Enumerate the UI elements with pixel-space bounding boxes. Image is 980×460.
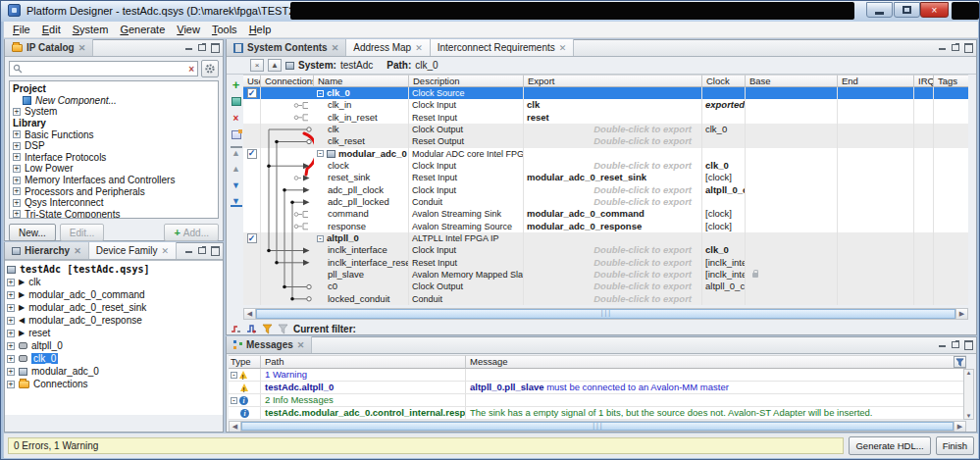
tab-close-icon[interactable]: ✕ [297,340,305,350]
tree-item-modular-adc-0-command[interactable]: +▶modular_adc_0_command [7,288,223,301]
edit-button[interactable]: Edit... [60,224,105,241]
table-row-adc-pll-clock[interactable]: adc_pll_clockClock Input Double-click to… [243,184,968,196]
menu-tools[interactable]: Tools [206,23,243,36]
scroll-up-icon[interactable]: ▲ [966,370,972,376]
window-minimize-button[interactable] [866,2,893,18]
scroll-left-icon[interactable]: ◀ [230,422,241,432]
table-row-c0[interactable]: c0Clock Output Double-click to exportalt… [243,281,968,292]
panel-maximize-icon[interactable] [964,43,972,51]
col-connections[interactable]: Connections [261,75,314,87]
table-row-clk-reset[interactable]: clk_resetReset Output Double-click to ex… [243,135,968,147]
messages-horizontal-scrollbar[interactable]: ◀ ▶ [229,421,966,432]
scrollbar-thumb[interactable] [241,422,954,431]
panel-maximize-icon[interactable] [964,340,972,348]
col-tags[interactable]: Tags [934,75,968,87]
col-end[interactable]: End [838,75,914,87]
col-export[interactable]: Export [524,75,702,87]
table-row-adc-pll-locked[interactable]: adc_pll_lockedConduit Double-click to ex… [243,196,968,208]
tree-item-modular-adc-0-reset-sink[interactable]: +▶modular_adc_0_reset_sink [7,301,223,314]
tree-item-low-power[interactable]: +Low Power [13,163,218,175]
expand-icon[interactable]: + [7,304,15,312]
tab-messages[interactable]: Messages✕ [227,336,312,353]
collapse-icon[interactable]: - [317,90,324,97]
messages-vertical-scrollbar[interactable]: ▲▼ [963,369,974,420]
show-interfaces-icon[interactable] [246,324,257,334]
tree-item-system[interactable]: +System [13,106,218,118]
panel-minimize-icon[interactable] [185,43,193,51]
move-to-bottom-button[interactable]: ▼ [231,196,242,207]
table-row-command[interactable]: commandAvalon Streaming Sink modular_adc… [243,208,968,220]
tab-interconnect-requirements[interactable]: Interconnect Requirements✕ [431,39,575,56]
panel-minimize-icon[interactable] [939,340,947,348]
table-row-modular-adc-0[interactable]: ✓ -modular_adc_0 Modular ADC core Intel … [243,148,968,160]
expand-icon[interactable]: + [13,108,21,116]
finish-button[interactable]: Finish [936,436,974,455]
expand-icon[interactable]: + [13,142,21,150]
tree-item-clk[interactable]: +▶clk [7,276,223,288]
ip-search-box[interactable]: × [9,61,198,77]
use-checkbox[interactable]: ✓ [247,233,257,243]
message-filter-button[interactable] [954,356,966,368]
add-component-button[interactable]: + [231,79,242,90]
col-description[interactable]: Description [409,75,524,87]
col-base[interactable]: Base [746,75,838,87]
col-path[interactable]: Path [261,355,466,369]
scrollbar-thumb[interactable] [256,309,955,319]
collapse-icon[interactable]: - [231,397,237,404]
move-down-button[interactable]: ▼ [231,179,242,190]
menu-view[interactable]: View [171,23,206,36]
menu-file[interactable]: File [7,23,36,36]
tree-item-basic-functions[interactable]: +Basic Functions [13,128,218,140]
table-row-clk[interactable]: clkClock Output Double-click to exportcl… [243,124,968,135]
col-clock[interactable]: Clock [702,75,746,87]
scroll-right-icon[interactable]: ▶ [954,422,965,432]
table-row-clk-in[interactable]: clk_inClock Input clkexported [243,99,968,111]
col-type[interactable]: Type [229,355,261,369]
panel-maximize-icon[interactable] [211,43,219,51]
scroll-down-icon[interactable]: ▼ [966,413,972,419]
edit-parameters-button[interactable] [232,130,241,139]
tree-item-new-component[interactable]: New Component... [13,95,218,107]
table-row-altpll-0[interactable]: ✓ -altpll_0 ALTPLL Intel FPGA IP [243,232,968,244]
table-row-locked-conduit[interactable]: locked_conduitConduit Double-click to ex… [243,293,968,305]
panel-maximize-icon[interactable] [211,246,219,254]
message-group-info[interactable]: -i 2 Info Messages [229,394,966,407]
table-row-reset-sink[interactable]: reset_sinkReset Input modular_adc_0_rese… [243,172,968,183]
collapse-icon[interactable]: - [317,150,324,157]
table-row-clock[interactable]: clockClock Input Double-click to exportc… [243,160,968,172]
collapse-icon[interactable]: - [231,372,237,379]
move-up-button[interactable]: ▲ [231,163,242,174]
tree-item-qsys-interconnect[interactable]: +Qsys Interconnect [13,197,218,209]
tree-item-reset[interactable]: +▶reset [7,327,223,339]
use-checkbox[interactable]: ✓ [247,88,257,98]
filter-icon[interactable] [262,324,273,334]
duplicate-button[interactable] [232,97,241,106]
window-close-button[interactable]: × [920,2,949,18]
table-row-inclk-interface-reset[interactable]: inclk_interface_resetReset Input Double-… [243,257,968,269]
expand-icon[interactable]: + [7,381,15,388]
panel-minimize-icon[interactable] [939,43,947,51]
use-checkbox[interactable]: ✓ [247,149,257,159]
collapse-icon[interactable]: - [317,235,324,242]
tree-item-connections[interactable]: +Connections [7,378,223,390]
message-row-info[interactable]: i testAdc.modular_adc_0.control_internal… [229,407,966,420]
tab-close-icon[interactable]: ✕ [332,43,339,53]
tree-item-memory-interfaces[interactable]: +Memory Interfaces and Controllers [13,175,218,186]
tab-system-contents[interactable]: System Contents✕ [227,39,346,56]
table-row-pll-slave[interactable]: pll_slaveAvalon Memory Mapped Slave Doub… [243,269,968,281]
search-input[interactable] [26,63,185,76]
remove-button[interactable]: × [231,113,242,124]
add-button[interactable]: +Add... [164,224,219,241]
tab-close-icon[interactable]: ✕ [415,43,423,53]
clear-search-icon[interactable]: × [188,64,194,75]
collapse-button[interactable]: × [250,59,264,72]
col-use[interactable]: Use [243,75,261,87]
col-message[interactable]: Message [466,355,966,369]
tab-close-icon[interactable]: ✕ [74,246,81,256]
move-to-top-button[interactable]: ▲ [231,146,242,157]
expand-icon[interactable]: + [13,210,21,218]
panel-float-icon[interactable] [952,340,959,348]
tab-close-icon[interactable]: ✕ [559,43,567,53]
horizontal-scrollbar[interactable]: ◀ ▶ [243,308,968,320]
tree-item-modular-adc-0[interactable]: +modular_adc_0 [7,365,223,378]
